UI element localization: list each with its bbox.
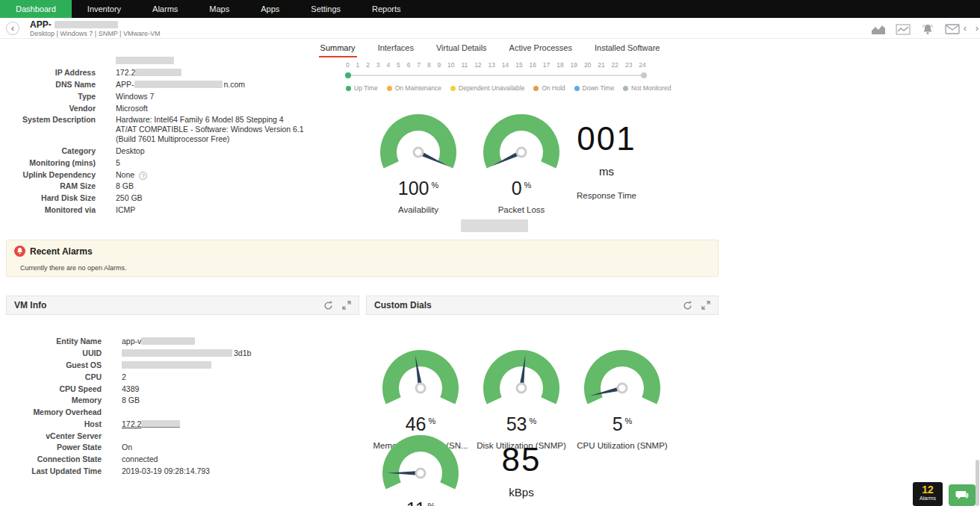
field-value-text: Microsoft	[116, 104, 148, 113]
area-chart-icon[interactable]	[870, 23, 887, 35]
nav-item-apps[interactable]: Apps	[245, 0, 295, 18]
legend-dot	[450, 86, 456, 91]
field-value[interactable]: 172.2	[122, 419, 182, 429]
custom-dial-cpu-utilization-snmp: 5%CPU Utilization (SNMP)	[566, 348, 678, 450]
field-row: CPU2	[6, 371, 357, 383]
field-label: Monitored via	[0, 205, 96, 215]
dial-value: 5%	[566, 413, 678, 435]
field-value: Desktop	[116, 146, 145, 156]
field-label: IP Address	[0, 68, 96, 78]
redacted-text	[141, 337, 195, 345]
sparkline-chart-icon[interactable]	[895, 23, 911, 35]
custom-dials-title: Custom Dials	[374, 300, 432, 310]
back-button[interactable]: ‹	[6, 22, 19, 35]
field-value-text[interactable]: 172.2	[122, 419, 141, 428]
field-value-text: 8 GB	[116, 181, 134, 190]
response-time-metric: 001msResponse Time	[558, 116, 655, 200]
nav-item-settings[interactable]: Settings	[295, 0, 356, 18]
device-name-text: APP-	[30, 19, 52, 30]
timeline-tick: 9	[437, 61, 441, 69]
alarm-bell-icon[interactable]	[919, 23, 936, 35]
tab-active-processes[interactable]: Active Processes	[508, 40, 574, 56]
gauge-arc	[376, 112, 460, 173]
timeline-start-handle[interactable]	[345, 72, 351, 78]
next-device-chevron[interactable]: ›	[976, 22, 979, 34]
device-header: ‹ APP- Desktop | Windows 7 | SNMP | VMwa…	[0, 18, 980, 39]
nav-item-maps[interactable]: Maps	[193, 0, 245, 18]
field-value: On	[122, 443, 132, 452]
field-row: Entity Nameapp-v	[6, 336, 357, 348]
field-value-text: 250 GB	[116, 193, 143, 202]
field-label: Vendor	[0, 104, 96, 113]
tab-installed-software[interactable]: Installed Software	[593, 40, 661, 56]
legend-item: Dependent Unavailable	[450, 84, 524, 92]
field-label: Monitoring (mins)	[0, 158, 96, 168]
field-value: None?	[116, 170, 147, 180]
field-row: System DescriptionHardware: Intel64 Fami…	[0, 114, 351, 146]
dial-value: 001	[558, 122, 655, 155]
gauge-availability: 100%Availability	[370, 112, 467, 214]
field-value-text: (Build 7601 Multiprocessor Free)	[116, 134, 229, 143]
field-row: Memory Overhead	[6, 407, 357, 419]
recent-alarms-title: Recent Alarms	[30, 246, 93, 257]
field-value-text: 8 GB	[122, 396, 140, 405]
help-icon[interactable]: ?	[139, 172, 147, 180]
timeline-tick: 1	[356, 61, 360, 69]
dial-value: 85	[465, 443, 577, 476]
dial-cpu-utilization-snmp: 5%CPU Utilization (SNMP)	[566, 348, 678, 450]
legend-item: Down Time	[574, 84, 615, 92]
nav-item-inventory[interactable]: Inventory	[72, 0, 137, 18]
dial-unit: %	[429, 416, 436, 425]
timeline-tick: 24	[639, 61, 645, 69]
email-icon[interactable]	[944, 23, 961, 35]
recent-alarms-message: Currently there are no open Alarms.	[20, 264, 127, 272]
nav-item-dashboard[interactable]: Dashboard	[0, 0, 72, 18]
field-value: connected	[122, 455, 158, 464]
field-row: TypeWindows 7	[0, 90, 351, 102]
custom-dial-cpu-utilization-viweb: 11%CPU Utilization (VIWeb...	[365, 433, 477, 506]
dial-value: 0%	[473, 178, 570, 199]
alarm-count-label: Alarms	[913, 496, 943, 502]
vm-info-panel-icons	[323, 301, 351, 310]
field-value: ICMP	[116, 205, 135, 215]
redacted-text	[116, 57, 174, 64]
vertical-scrollbar[interactable]	[976, 460, 979, 506]
availability-gauge: 100%Availability	[370, 112, 467, 214]
timeline-tick: 23	[625, 61, 632, 69]
field-value: 8 GB	[122, 396, 140, 405]
field-row: Guest OS	[6, 360, 357, 372]
field-row: IP Address172.2	[0, 67, 351, 79]
dial-unit: %	[428, 502, 435, 506]
refresh-icon[interactable]	[323, 301, 333, 310]
expand-icon[interactable]	[342, 301, 351, 310]
field-label: Hard Disk Size	[0, 193, 96, 203]
field-value: Hardware: Intel64 Family 6 Model 85 Step…	[116, 115, 304, 144]
field-label: CPU	[6, 372, 102, 382]
dial-label: Packet Loss	[473, 205, 570, 214]
field-value: Windows 7	[116, 92, 154, 101]
timeline-tick: 18	[556, 61, 563, 69]
field-value-text: Desktop	[116, 146, 145, 155]
legend-label: Not Monitored	[631, 84, 671, 92]
refresh-icon[interactable]	[683, 301, 692, 310]
tab-virtual-details[interactable]: Virtual Details	[435, 40, 489, 56]
field-label: CPU Speed	[6, 384, 102, 394]
legend-dot	[623, 86, 628, 91]
expand-icon[interactable]	[701, 301, 710, 310]
field-value-text: 5	[116, 158, 120, 167]
prev-device-chevron[interactable]: ‹	[964, 22, 967, 34]
nav-item-alarms[interactable]: Alarms	[137, 0, 193, 18]
redacted-text	[141, 420, 180, 428]
field-value-text: 4389	[122, 384, 139, 393]
dial-label: Availability	[370, 205, 467, 214]
legend-label: Down Time	[583, 84, 615, 92]
nav-item-reports[interactable]: Reports	[356, 0, 417, 18]
legend-dot	[533, 86, 539, 91]
gauge-arc	[379, 348, 462, 409]
timeline-end-handle[interactable]	[641, 72, 647, 78]
chat-support-button[interactable]	[949, 484, 976, 506]
alarm-count-badge[interactable]: 12 Alarms	[913, 482, 943, 506]
field-value: 3d1b	[122, 349, 251, 358]
tab-interfaces[interactable]: Interfaces	[376, 40, 415, 56]
recent-alarms-header: Recent Alarms	[14, 246, 93, 257]
